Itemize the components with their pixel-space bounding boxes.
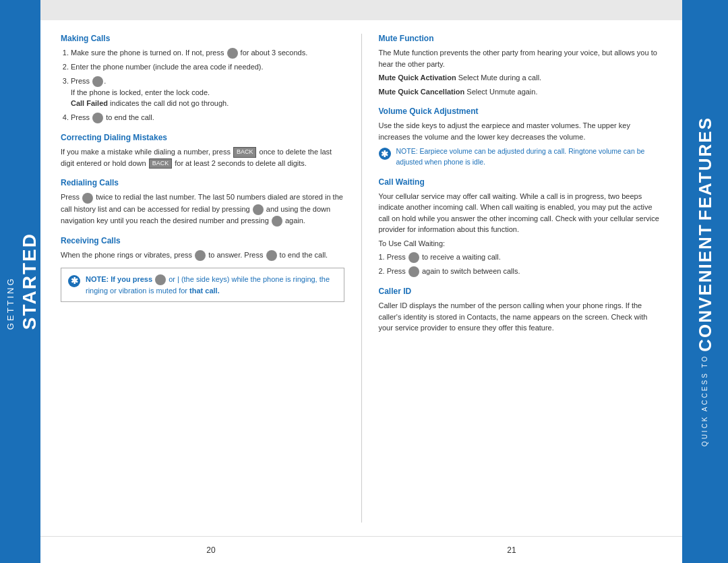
mute-function-heading: Mute Function [379,34,663,43]
right-sidebar: QUICK ACCESS TO CONVENIENT FEATURES [682,0,728,563]
call-waiting-step-2: 2. Press again to switch between calls. [379,266,663,277]
list-item: Press to end the call. [71,112,344,123]
correcting-dialing-heading: Correcting Dialing Mistakes [61,133,344,142]
send-icon-select [272,216,282,227]
mute-cancellation-label: Mute Quick Cancellation [379,88,465,96]
volume-note: ✱ NOTE: Earpiece volume can be adjusted … [379,146,663,168]
quick-access-to-label: QUICK ACCESS TO [701,355,708,446]
note-text: NOTE: If you press or | (the side keys) … [86,274,337,297]
call-waiting-heading: Call Waiting [379,177,663,187]
call-failed-label: Call Failed [71,99,108,107]
back-button-icon: BACK [233,147,257,158]
list-item: Enter the phone number (include the area… [71,61,344,73]
volume-adjustment-body: Use the side keys to adjust the earpiece… [379,120,663,142]
main-content: Making Calls Make sure the phone is turn… [40,0,682,563]
mute-activation-desc: Select Mute during a call. [458,73,542,82]
end-icon-note [155,274,166,285]
mute-cancellation-desc: Select Unmute again. [466,88,537,96]
note-asterisk-icon: ✱ [68,275,80,287]
call-waiting-body: Your cellular service may offer call wai… [379,191,663,235]
right-column: Mute Function The Mute function prevents… [362,34,683,523]
left-sidebar-text: GETTING STARTED [1,233,39,330]
content-area: Making Calls Make sure the phone is turn… [40,20,682,536]
mute-activation-label: Mute Quick Activation [379,73,456,82]
getting-label: GETTING [5,277,16,330]
list-item: Press . If the phone is locked, enter th… [71,76,344,109]
call-icon [227,48,238,59]
send-icon [92,76,103,87]
volume-adjustment-heading: Volume Quick Adjustment [379,107,663,116]
page-number-left: 20 [40,545,361,555]
making-calls-list: Make sure the phone is turned on. If not… [61,47,344,123]
convenient-label: CONVENIENT [695,223,715,351]
volume-note-icon: ✱ [379,148,391,160]
volume-note-text: NOTE: Earpiece volume can be adjusted du… [396,146,663,168]
page-number-right: 21 [361,545,682,555]
left-column: Making Calls Make sure the phone is turn… [40,34,362,523]
call-waiting-step-1: 1. Press to receive a waiting call. [379,251,663,263]
features-label: FEATURES [695,117,715,220]
bottom-bar: 20 21 [40,536,682,563]
redialing-calls-body: Press twice to redial the last number. T… [61,191,344,226]
send-icon-switch [408,266,419,277]
top-bar [40,0,682,20]
started-label: STARTED [19,233,40,330]
send-icon-redial [82,193,93,204]
end-icon [92,113,103,123]
back-button-icon-2: BACK [149,158,173,169]
list-item: Make sure the phone is turned on. If not… [71,47,344,59]
send-icon-history [253,204,264,215]
mute-activation: Mute Quick Activation Select Mute during… [379,72,663,84]
receiving-calls-body: When the phone rings or vibrates, press … [61,249,344,261]
receiving-calls-heading: Receiving Calls [61,236,344,245]
right-sidebar-text: QUICK ACCESS TO CONVENIENT FEATURES [696,117,715,446]
end-icon-receive [266,250,277,261]
mute-function-body: The Mute function prevents the other par… [379,47,663,69]
caller-id-heading: Caller ID [379,287,663,296]
send-icon-waiting [408,252,419,263]
correcting-dialing-body: If you make a mistake while dialing a nu… [61,146,344,169]
making-calls-heading: Making Calls [61,34,344,43]
receiving-calls-note: ✱ NOTE: If you press or | (the side keys… [61,268,344,303]
call-waiting-to-use: To Use Call Waiting: [379,238,663,249]
left-sidebar: GETTING STARTED [0,0,40,563]
redialing-calls-heading: Redialing Calls [61,178,344,187]
send-icon-answer [195,250,206,261]
caller-id-body: Caller ID displays the number of the per… [379,300,663,334]
mute-cancellation: Mute Quick Cancellation Select Unmute ag… [379,86,663,98]
